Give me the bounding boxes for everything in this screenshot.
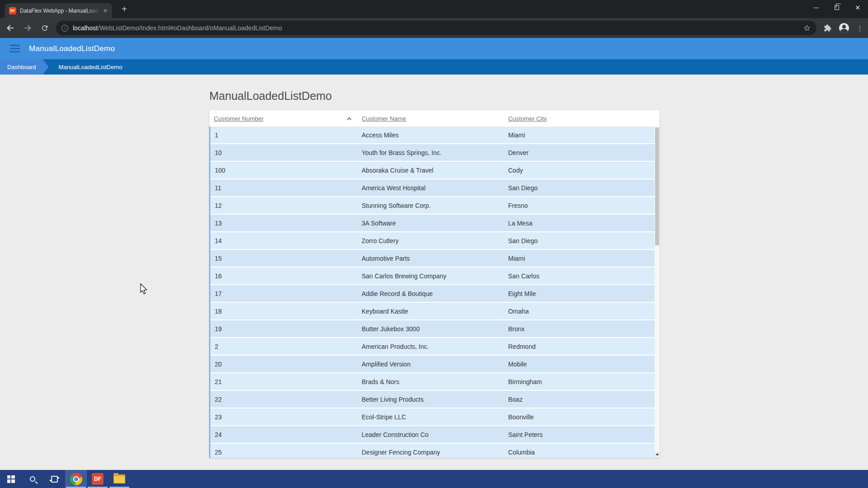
breadcrumb-item-dashboard[interactable]: Dashboard <box>0 59 49 75</box>
url-host: localhost <box>73 24 98 32</box>
cell-customer-name: Youth for Brass Springs, Inc. <box>357 144 504 161</box>
cell-customer-number: 2 <box>210 338 357 355</box>
reload-icon <box>41 24 49 32</box>
breadcrumb-item-current[interactable]: ManualLoadedListDemo <box>59 59 123 75</box>
bookmark-star-icon[interactable] <box>803 24 811 32</box>
table-row[interactable]: 19 Butter Jukebox 3000 Bronx <box>210 320 655 337</box>
table-row[interactable]: 13 3A Software La Mesa <box>210 215 655 231</box>
taskbar-search-button[interactable] <box>22 470 43 488</box>
browser-tab[interactable]: DF DataFlex WebApp - ManualLoaded ✕ <box>5 3 112 18</box>
cell-customer-number: 14 <box>210 232 357 249</box>
table-body: 1 Access Miles Miami 10 Youth for Brass … <box>209 127 660 458</box>
browser-tabstrip: DF DataFlex WebApp - ManualLoaded ✕ + ✕ <box>0 0 868 18</box>
table-row[interactable]: 100 Absoraka Cruise & Travel Cody <box>210 162 655 178</box>
cell-customer-city: Cody <box>504 162 655 178</box>
page-info-icon[interactable]: i <box>61 25 68 32</box>
tab-close-icon[interactable]: ✕ <box>101 7 109 15</box>
dataflex-icon: DF <box>92 473 104 485</box>
cell-customer-number: 18 <box>210 303 357 319</box>
window-restore-button[interactable] <box>826 0 847 15</box>
browser-toolbar: i localhost/WebListDemo/Index.html#oDash… <box>0 18 868 38</box>
table-row[interactable]: 22 Better Living Products Boaz <box>210 391 655 408</box>
cell-customer-name: Brads & Nors <box>357 373 504 390</box>
cell-customer-city: Eight Mile <box>504 285 655 302</box>
cell-customer-number: 17 <box>210 285 357 302</box>
windows-logo-icon <box>7 475 15 483</box>
cell-customer-city: Birmingham <box>504 373 655 390</box>
table-row[interactable]: 15 Automotive Parts Miami <box>210 250 655 267</box>
forward-icon <box>24 24 32 32</box>
sort-ascending-icon <box>347 117 352 122</box>
table-row[interactable]: 17 Addie Record & Boutique Eight Mile <box>210 285 655 302</box>
column-header-customer-city[interactable]: Customer City <box>504 115 655 122</box>
start-button[interactable] <box>0 470 22 488</box>
table-row[interactable]: 25 Designer Fencing Company Columbia <box>210 444 655 458</box>
table-row[interactable]: 14 Zorro Cutlery San Diego <box>210 232 655 249</box>
hamburger-menu-icon[interactable] <box>10 45 20 52</box>
cell-customer-name: American Products, Inc. <box>357 338 504 355</box>
extensions-icon[interactable] <box>823 23 832 33</box>
table-row[interactable]: 11 America West Hospital San Diego <box>210 179 655 196</box>
new-tab-button[interactable]: + <box>118 4 130 15</box>
cell-customer-number: 25 <box>210 444 357 458</box>
url-input[interactable]: i localhost/WebListDemo/Index.html#oDash… <box>56 21 816 35</box>
scrollbar-thumb[interactable] <box>655 127 659 245</box>
table-row[interactable]: 10 Youth for Brass Springs, Inc. Denver <box>210 144 655 161</box>
profile-avatar[interactable] <box>839 23 849 33</box>
cell-customer-city: Bronx <box>504 320 655 337</box>
column-header-customer-name[interactable]: Customer Name <box>357 115 504 122</box>
back-icon <box>6 24 14 32</box>
cell-customer-name: Addie Record & Boutique <box>357 285 504 302</box>
table-row[interactable]: 1 Access Miles Miami <box>210 127 655 143</box>
cell-customer-name: Absoraka Cruise & Travel <box>357 162 504 178</box>
forward-button[interactable] <box>21 21 34 35</box>
window-minimize-button[interactable] <box>806 0 826 15</box>
task-view-icon <box>51 476 58 483</box>
cell-customer-name: Butter Jukebox 3000 <box>357 320 504 337</box>
cell-customer-number: 11 <box>210 179 357 196</box>
cell-customer-number: 1 <box>210 127 357 143</box>
taskbar-file-explorer-button[interactable] <box>108 470 130 488</box>
cell-customer-number: 16 <box>210 267 357 284</box>
url-path: /WebListDemo/Index.html#oDashboard/oManu… <box>98 24 282 32</box>
table-row[interactable]: 2 American Products, Inc. Redmond <box>210 338 655 355</box>
toolbar-right-icons: ⋮ <box>823 23 863 33</box>
cell-customer-number: 10 <box>210 144 357 161</box>
minimize-icon <box>814 8 819 8</box>
table-row[interactable]: 16 San Carlos Brewing Company San Carlos <box>210 267 655 284</box>
cell-customer-number: 100 <box>210 162 357 178</box>
cell-customer-number: 22 <box>210 391 357 408</box>
cell-customer-name: 3A Software <box>357 215 504 231</box>
cell-customer-city: Boonville <box>504 408 655 425</box>
table-row[interactable]: 23 Ecol-Stripe LLC Boonville <box>210 408 655 425</box>
window-close-button[interactable]: ✕ <box>847 0 868 15</box>
app-header-title: ManualLoadedListDemo <box>29 44 115 53</box>
table-row[interactable]: 24 Leader Construction Co Saint Peters <box>210 426 655 443</box>
dataflex-favicon-icon: DF <box>9 7 16 14</box>
table-row[interactable]: 20 Amplified Version Mobile <box>210 356 655 372</box>
cell-customer-name: Better Living Products <box>357 391 504 408</box>
task-view-button[interactable] <box>43 470 65 488</box>
restore-icon <box>835 5 839 10</box>
page-content: ManualLoadedListDemo Customer Number Cus… <box>0 75 868 470</box>
cell-customer-number: 19 <box>210 320 357 337</box>
cell-customer-city: Boaz <box>504 391 655 408</box>
column-header-customer-number[interactable]: Customer Number <box>209 115 357 122</box>
cell-customer-name: Automotive Parts <box>357 250 504 267</box>
scrollbar-down-button[interactable] <box>655 451 660 458</box>
taskbar-dataflex-button[interactable]: DF <box>87 470 108 488</box>
reload-button[interactable] <box>38 21 52 35</box>
cell-customer-number: 24 <box>210 426 357 443</box>
page-title: ManualLoadedListDemo <box>209 89 332 103</box>
back-button[interactable] <box>4 21 17 35</box>
browser-menu-icon[interactable]: ⋮ <box>856 24 863 33</box>
cell-customer-name: Leader Construction Co <box>357 426 504 443</box>
table-scrollbar[interactable] <box>655 127 660 458</box>
search-icon <box>30 476 35 482</box>
table-row[interactable]: 18 Keyboard Kastle Omaha <box>210 303 655 319</box>
table-row[interactable]: 12 Stunning Software Corp. Fresno <box>210 197 655 214</box>
taskbar-chrome-button[interactable] <box>65 470 87 488</box>
app-header: ManualLoadedListDemo <box>0 38 868 59</box>
cell-customer-city: Omaha <box>504 303 655 319</box>
table-row[interactable]: 21 Brads & Nors Birmingham <box>210 373 655 390</box>
